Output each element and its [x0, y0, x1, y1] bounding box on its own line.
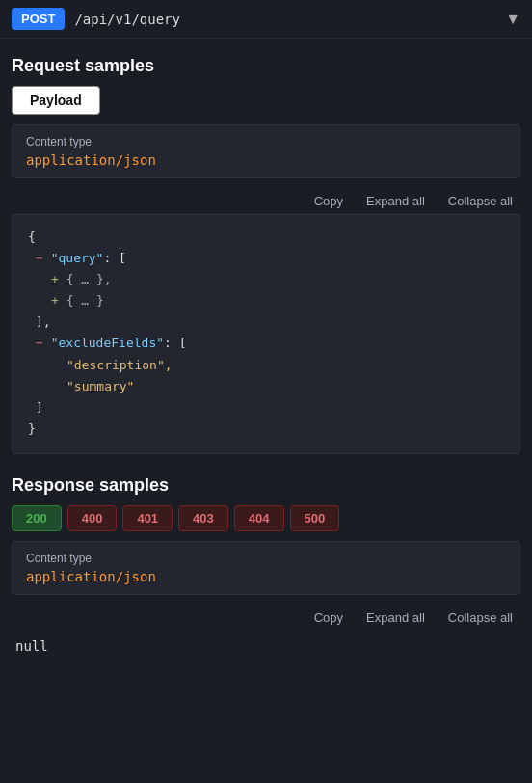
request-tab-bar: Payload — [0, 86, 532, 124]
code-line-query-close: ], — [28, 311, 504, 333]
response-collapse-all-button[interactable]: Collapse all — [444, 608, 517, 627]
code-line-summary: "summary" — [28, 376, 504, 397]
response-tab-bar: 200 400 401 403 404 500 — [0, 505, 532, 541]
request-code-toolbar: Copy Expand all Collapse all — [0, 184, 532, 214]
request-content-type-box: Content type application/json — [12, 124, 520, 178]
payload-tab[interactable]: Payload — [12, 86, 100, 115]
request-copy-button[interactable]: Copy — [310, 192, 347, 210]
response-copy-button[interactable]: Copy — [310, 608, 347, 627]
response-null-value: null — [0, 631, 532, 665]
request-collapse-all-button[interactable]: Collapse all — [444, 192, 517, 210]
response-tab-401[interactable]: 401 — [122, 505, 173, 531]
request-expand-all-button[interactable]: Expand all — [362, 192, 429, 210]
response-content-type-value: application/json — [26, 569, 506, 584]
code-line-description: "description", — [28, 355, 504, 376]
endpoint-path: /api/v1/query — [74, 12, 495, 27]
request-content-type-value: application/json — [26, 152, 506, 168]
method-badge[interactable]: POST — [12, 8, 65, 30]
code-line-open-brace: { — [28, 227, 504, 248]
code-line-exclude-close: ] — [28, 397, 504, 418]
code-line-query-item1: + { … }, — [28, 269, 504, 290]
response-tab-500[interactable]: 500 — [290, 505, 340, 531]
response-code-toolbar: Copy Expand all Collapse all — [0, 601, 532, 631]
code-line-query-item2: + { … } — [28, 290, 504, 311]
request-samples-title: Request samples — [0, 39, 532, 86]
response-content-type-label: Content type — [26, 552, 506, 565]
chevron-down-icon[interactable]: ▼ — [505, 11, 520, 28]
response-tab-200[interactable]: 200 — [12, 505, 62, 531]
request-content-type-label: Content type — [26, 135, 506, 148]
response-tab-400[interactable]: 400 — [67, 505, 118, 531]
response-content-type-box: Content type application/json — [12, 541, 520, 595]
header-bar: POST /api/v1/query ▼ — [0, 0, 532, 39]
request-code-block: { − "query": [ + { … }, + { … } ], − "ex… — [12, 214, 520, 454]
code-line-exclude-fields: − "excludeFields": [ — [28, 333, 504, 354]
code-line-close-brace: } — [28, 418, 504, 440]
response-tab-403[interactable]: 403 — [178, 505, 228, 531]
response-expand-all-button[interactable]: Expand all — [362, 608, 429, 627]
response-samples-title: Response samples — [0, 458, 532, 505]
response-tab-404[interactable]: 404 — [234, 505, 284, 531]
code-line-query: − "query": [ — [28, 248, 504, 269]
